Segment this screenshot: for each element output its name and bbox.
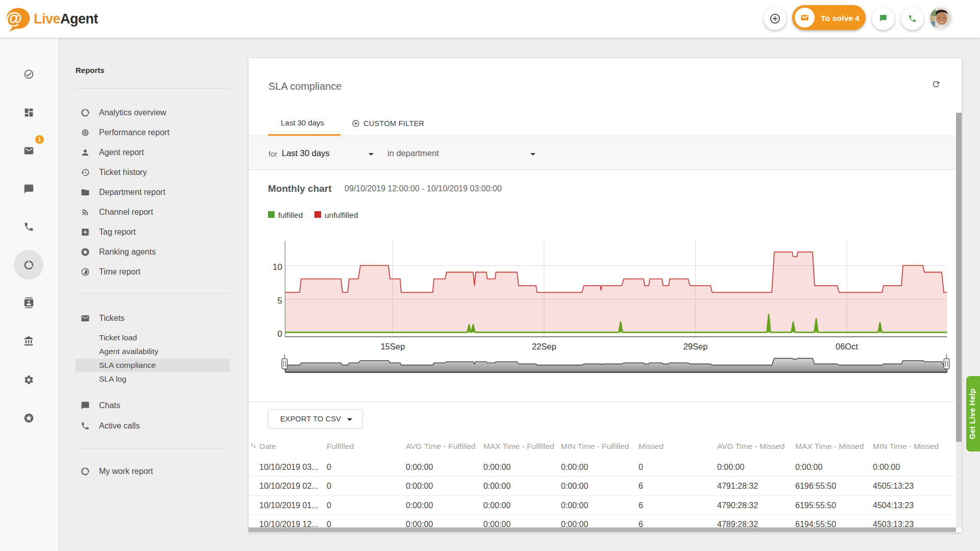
svg-text:29Sep: 29Sep	[683, 342, 708, 351]
svg-text:10: 10	[273, 262, 282, 272]
svg-text:06Oct: 06Oct	[836, 342, 858, 351]
svg-text:22Sep: 22Sep	[532, 342, 556, 351]
svg-text:0: 0	[278, 329, 282, 339]
svg-text:15Sep: 15Sep	[381, 342, 405, 351]
svg-text:5: 5	[278, 296, 282, 306]
svg-text:@: @	[6, 9, 22, 28]
